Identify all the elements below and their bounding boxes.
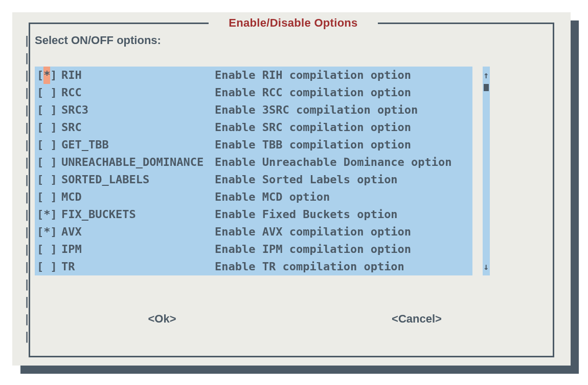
option-name: FIX_BUCKETS <box>61 206 215 223</box>
option-description: Enable Sorted Labels option <box>215 171 398 188</box>
dialog-buttons: <Ok> <Cancel> <box>35 310 544 328</box>
option-name: SRC3 <box>61 101 215 119</box>
option-description: Enable IPM compilation option <box>215 241 411 258</box>
option-description: Enable Unreachable Dominance option <box>215 154 452 171</box>
option-description: Enable RCC compilation option <box>215 84 411 101</box>
option-name: UNREACHABLE_DOMINANCE <box>61 154 215 171</box>
option-name: AVX <box>61 223 215 241</box>
option-row[interactable]: [ ]SRCEnable SRC compilation option <box>35 119 472 136</box>
option-name: SORTED_LABELS <box>61 171 215 188</box>
options-list[interactable]: [*]RIHEnable RIH compilation option[ ]RC… <box>35 67 472 275</box>
dialog-title: Enable/Disable Options <box>209 14 378 32</box>
frame-border <box>29 23 209 24</box>
frame-pipes: | | | | | | | | | | | | | | | | | | <box>24 32 30 345</box>
option-checkbox[interactable]: [*] <box>35 67 61 84</box>
option-description: Enable TR compilation option <box>215 258 404 275</box>
option-checkbox[interactable]: [ ] <box>35 188 61 206</box>
option-checkbox[interactable]: [ ] <box>35 136 61 154</box>
option-row[interactable]: [*]FIX_BUCKETSEnable Fixed Buckets optio… <box>35 206 472 223</box>
option-row[interactable]: [ ]SRC3Enable 3SRC compilation option <box>35 101 472 119</box>
option-name: MCD <box>61 188 215 206</box>
option-checkbox[interactable]: [ ] <box>35 241 61 258</box>
scroll-down-icon[interactable]: ↓ <box>483 258 490 275</box>
option-description: Enable TBB compilation option <box>215 136 411 154</box>
option-row[interactable]: [*]AVXEnable AVX compilation option <box>35 223 472 241</box>
option-row[interactable]: [ ]SORTED_LABELSEnable Sorted Labels opt… <box>35 171 472 188</box>
option-name: TR <box>61 258 215 275</box>
option-name: GET_TBB <box>61 136 215 154</box>
option-row[interactable]: [ ]GET_TBBEnable TBB compilation option <box>35 136 472 154</box>
option-name: SRC <box>61 119 215 136</box>
frame-border <box>378 23 554 24</box>
frame-border <box>553 23 554 357</box>
ok-button[interactable]: <Ok> <box>35 310 289 328</box>
cancel-button[interactable]: <Cancel> <box>289 310 544 328</box>
option-description: Enable Fixed Buckets option <box>215 206 398 223</box>
option-description: Enable AVX compilation option <box>215 223 411 241</box>
option-checkbox[interactable]: [ ] <box>35 154 61 171</box>
option-checkbox[interactable]: [ ] <box>35 258 61 275</box>
option-row[interactable]: [ ]TREnable TR compilation option <box>35 258 472 275</box>
option-checkbox[interactable]: [*] <box>35 206 61 223</box>
option-row[interactable]: [ ]RCCEnable RCC compilation option <box>35 84 472 101</box>
scroll-up-icon[interactable]: ↑ <box>483 67 490 84</box>
option-checkbox[interactable]: [*] <box>35 223 61 241</box>
option-checkbox[interactable]: [ ] <box>35 119 61 136</box>
option-name: RIH <box>61 67 215 84</box>
option-description: Enable RIH compilation option <box>215 67 411 84</box>
option-row[interactable]: [ ]IPMEnable IPM compilation option <box>35 241 472 258</box>
option-row[interactable]: [*]RIHEnable RIH compilation option <box>35 67 472 84</box>
option-row[interactable]: [ ]MCDEnable MCD option <box>35 188 472 206</box>
option-name: IPM <box>61 241 215 258</box>
option-checkbox[interactable]: [ ] <box>35 171 61 188</box>
scrollbar[interactable]: ↑ ↓ <box>483 67 490 275</box>
option-row[interactable]: [ ]UNREACHABLE_DOMINANCEEnable Unreachab… <box>35 154 472 171</box>
scrollbar-track[interactable] <box>483 84 490 258</box>
option-description: Enable SRC compilation option <box>215 119 411 136</box>
frame-border <box>29 356 554 357</box>
scrollbar-thumb[interactable] <box>484 84 489 91</box>
option-checkbox[interactable]: [ ] <box>35 84 61 101</box>
dialog-container: Enable/Disable Options | | | | | | | | |… <box>12 12 572 369</box>
option-name: RCC <box>61 84 215 101</box>
option-checkbox[interactable]: [ ] <box>35 101 61 119</box>
dialog: Enable/Disable Options | | | | | | | | |… <box>12 12 571 366</box>
option-description: Enable MCD option <box>215 188 330 206</box>
prompt-label: Select ON/OFF options: <box>35 32 161 49</box>
option-description: Enable 3SRC compilation option <box>215 101 418 119</box>
